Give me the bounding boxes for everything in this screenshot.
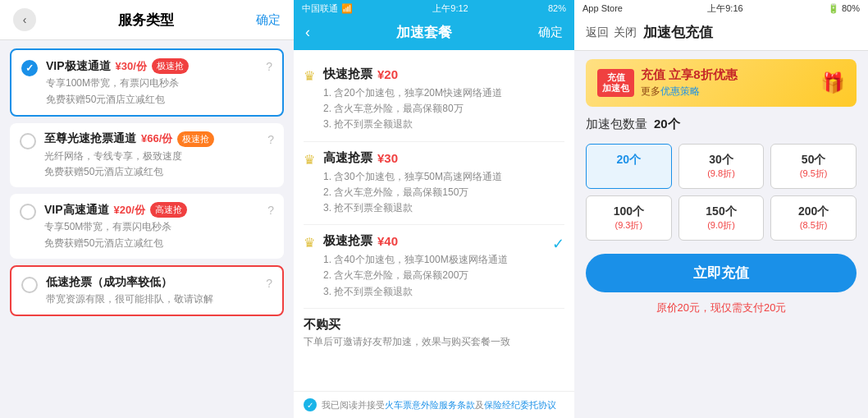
crown-icon: ♛ — [304, 235, 315, 250]
crown-icon: ♛ — [304, 68, 315, 84]
banner-sub-text: 更多优惠策略 — [641, 85, 738, 99]
agreement-row: ✓ 我已阅读并接受火车票意外险服务条款及保险经纪委托协议 — [304, 398, 564, 411]
pkg-price: ¥30 — [377, 151, 398, 165]
panel2-title: 加速套餐 — [396, 23, 452, 42]
carrier-label: 中国联通 — [302, 2, 338, 15]
option-btn-20[interactable]: 20个 — [586, 144, 672, 189]
service-name: VIP极速通道 — [46, 59, 111, 74]
help-icon[interactable]: ? — [266, 277, 272, 290]
service-card-low-speed[interactable]: 低速抢票（成功率较低） 带宽资源有限，很可能排队，敬请谅解 ? — [10, 265, 284, 316]
quantity-value: 20个 — [654, 117, 680, 132]
option-btn-200[interactable]: 200个 (8.5折) — [770, 195, 857, 241]
battery-label: 82% — [548, 3, 566, 13]
panel1-confirm-button[interactable]: 确定 — [256, 12, 281, 28]
recharge-button[interactable]: 立即充值 — [586, 254, 857, 292]
quantity-row: 加速包数量 20个 — [586, 117, 857, 132]
service-tag: 极速抢 — [152, 58, 189, 74]
time-label3: 上午9:16 — [707, 2, 742, 15]
service-name: 低速抢票（成功率较低） — [46, 275, 172, 290]
back-button3[interactable]: 返回 — [586, 25, 609, 40]
option-btn-100[interactable]: 100个 (9.3折) — [586, 195, 672, 241]
service-card-vip-fiber[interactable]: 至尊光速抢票通道 ¥66/份 极速抢 光纤网络，专线专享，极致速度 免费获赠50… — [10, 123, 284, 188]
banner-badge: 充值 加速包 — [597, 69, 634, 97]
option-btn-50[interactable]: 50个 (9.5折) — [770, 144, 857, 189]
radio-low-speed — [21, 277, 38, 293]
panel3-title: 加速包充值 — [643, 23, 713, 42]
panel3-header: 返回 关闭 加速包充值 — [574, 16, 868, 51]
banner-icon: 🎁 — [820, 71, 845, 94]
panel1-back-button[interactable]: ‹ — [13, 8, 36, 31]
radio-vip-fiber — [20, 133, 36, 149]
pkg-price: ¥20 — [377, 67, 398, 81]
service-name: VIP高速通道 — [44, 203, 109, 218]
panel1-title: 服务类型 — [118, 11, 174, 30]
statusbar2: 中国联通 📶 上午9:12 82% — [294, 0, 574, 16]
option-btn-30[interactable]: 30个 (9.8折) — [678, 144, 765, 189]
time-label: 上午9:12 — [432, 2, 468, 15]
panel2-header: ‹ 加速套餐 确定 — [294, 16, 574, 50]
insurance-link[interactable]: 火车票意外险服务条款 — [385, 400, 475, 410]
app-store-label: App Store — [582, 3, 623, 13]
radio-vip-ultra — [21, 60, 38, 76]
service-price: ¥66/份 — [141, 131, 172, 146]
selected-check-icon: ✓ — [552, 235, 564, 253]
service-name: 至尊光速抢票通道 — [44, 131, 136, 146]
service-card-vip-ultra[interactable]: VIP极速通道 ¥30/份 极速抢 专享100M带宽，有票闪电秒杀 免费获赠50… — [10, 48, 284, 117]
option-btn-150[interactable]: 150个 (9.0折) — [678, 195, 765, 241]
pkg-name: 高速抢票 — [323, 150, 372, 166]
panel3-nav: 返回 关闭 — [586, 25, 637, 40]
service-price: ¥20/份 — [114, 203, 145, 218]
panel2-back-button[interactable]: ‹ — [305, 24, 310, 41]
agreement-checkbox[interactable]: ✓ — [304, 398, 317, 411]
service-price: ¥30/份 — [116, 59, 147, 74]
pkg-name: 快速抢票 — [323, 67, 372, 82]
help-icon[interactable]: ? — [267, 204, 274, 217]
panel2-footer: ✓ 我已阅读并接受火车票意外险服务条款及保险经纪委托协议 — [294, 391, 574, 418]
panel1-header: ‹ 服务类型 确定 — [0, 0, 294, 40]
package-item-high-speed[interactable]: ♛ 高速抢票 ¥30 1. 含30个加速包，独享50M高速网络通道2. 含火车意… — [304, 142, 564, 226]
help-icon[interactable]: ? — [266, 60, 272, 73]
statusbar3: App Store 上午9:16 🔋 80% — [574, 0, 868, 16]
agreement-text: 我已阅读并接受火车票意外险服务条款及保险经纪委托协议 — [322, 399, 556, 411]
promo-banner: 充值 加速包 充值 立享8折优惠 更多优惠策略 🎁 — [586, 59, 857, 107]
panel3-body: 充值 加速包 充值 立享8折优惠 更多优惠策略 🎁 加速包数量 20个 20个 … — [574, 51, 868, 324]
no-buy-item[interactable]: 不购买 下单后可邀请好友帮加速，效果与购买套餐一致 — [304, 309, 564, 357]
quantity-label: 加速包数量 — [586, 117, 647, 132]
recharge-panel: App Store 上午9:16 🔋 80% 返回 关闭 加速包充值 充值 加速… — [574, 0, 868, 418]
package-item-fast[interactable]: ♛ 快速抢票 ¥20 1. 含20个加速包，独享20M快速网络通道2. 含火车意… — [304, 58, 564, 142]
radio-vip-high — [20, 204, 36, 220]
package-item-ultra-speed[interactable]: ♛ 极速抢票 ¥40 1. 含40个加速包，独享100M极速网络通道2. 含火车… — [304, 225, 564, 309]
battery-label3: 🔋 80% — [828, 3, 860, 14]
service-type-panel: ‹ 服务类型 确定 VIP极速通道 ¥30/份 极速抢 专享100M带宽，有票闪… — [0, 0, 294, 418]
service-tag: 高速抢 — [150, 202, 187, 218]
panel2-body: ♛ 快速抢票 ¥20 1. 含20个加速包，独享20M快速网络通道2. 含火车意… — [294, 50, 574, 391]
help-icon[interactable]: ? — [267, 133, 274, 146]
broker-link[interactable]: 保险经纪委托协议 — [484, 400, 556, 410]
service-card-vip-high[interactable]: VIP高速通道 ¥20/份 高速抢 专享50M带宽，有票闪电秒杀 免费获赠50元… — [10, 194, 284, 259]
wifi-icon: 📶 — [341, 3, 353, 14]
options-grid: 20个 30个 (9.8折) 50个 (9.5折) 100个 (9.3折) 15… — [586, 144, 857, 241]
crown-icon: ♛ — [304, 152, 315, 168]
pkg-price: ¥40 — [377, 234, 398, 248]
price-note: 原价20元，现仅需支付20元 — [586, 301, 857, 315]
close-button3[interactable]: 关闭 — [614, 25, 637, 40]
pkg-name: 极速抢票 — [323, 233, 372, 249]
banner-main-text: 充值 立享8折优惠 — [641, 67, 738, 83]
strategy-link[interactable]: 优惠策略 — [660, 85, 700, 97]
panel1-body: VIP极速通道 ¥30/份 极速抢 专享100M带宽，有票闪电秒杀 免费获赠50… — [0, 40, 294, 324]
panel2-confirm-button[interactable]: 确定 — [538, 25, 563, 40]
package-panel: 中国联通 📶 上午9:12 82% ‹ 加速套餐 确定 ♛ 快速抢票 ¥20 1… — [294, 0, 574, 418]
service-tag: 极速抢 — [177, 131, 214, 147]
